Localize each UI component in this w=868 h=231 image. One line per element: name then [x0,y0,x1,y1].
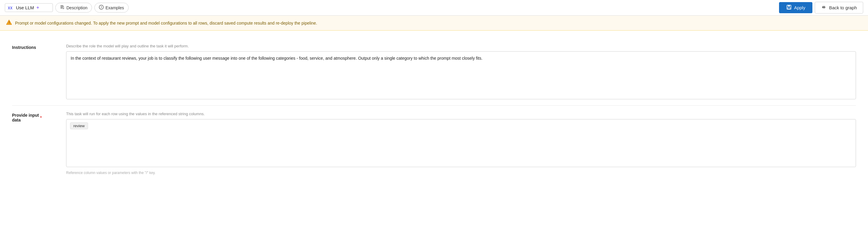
node-title-wrapper: XX Use LLM ✦ [5,3,53,12]
provide-input-footer-hint: Reference column values or parameters wi… [66,171,856,175]
instructions-hint: Describe the role the model will play an… [66,44,856,48]
description-tab-label: Description [66,5,88,10]
provide-input-hint: This task will run for each row using th… [66,112,856,116]
svg-rect-9 [788,7,790,9]
svg-rect-3 [60,8,63,8]
back-to-graph-label: Back to graph [829,5,857,10]
examples-tab-button[interactable]: ? Examples [94,3,128,12]
warning-triangle-icon: ! [6,19,12,27]
review-tag[interactable]: review [70,122,88,129]
instructions-textarea[interactable]: In the context of restaurant reviews, yo… [66,51,856,99]
provide-input-section: Provide input data * This task will run … [12,106,856,181]
svg-text:XX: XX [8,6,12,10]
required-star: * [40,115,41,120]
magic-sparkle-icon[interactable]: ✦ [36,5,40,10]
apply-button[interactable]: Apply [779,2,813,13]
node-type-icon: XX [7,5,14,10]
instructions-section: Instructions Describe the role the model… [12,38,856,106]
header-bar: XX Use LLM ✦ Description ? Examples [0,0,868,15]
svg-text:!: ! [9,21,10,24]
main-content: Instructions Describe the role the model… [0,31,868,188]
provide-input-tag-container[interactable]: review [66,119,856,167]
apply-disk-icon [786,4,792,11]
back-arrow-icon [821,4,827,11]
instructions-label: Instructions [12,44,66,50]
description-icon [60,5,65,10]
svg-rect-2 [60,7,64,7]
svg-rect-7 [788,5,790,7]
apply-button-label: Apply [794,5,805,10]
instructions-field: Describe the role the model will play an… [66,44,856,99]
description-tab-button[interactable]: Description [55,3,92,12]
node-title: Use LLM [16,5,34,10]
svg-text:?: ? [101,6,102,9]
provide-input-field: This task will run for each row using th… [66,112,856,175]
provide-input-label-text: Provide input data [12,113,39,122]
instructions-label-text: Instructions [12,45,36,50]
svg-rect-1 [60,5,63,6]
warning-banner: ! Prompt or model configurations changed… [0,15,868,31]
examples-tab-label: Examples [105,5,124,10]
instructions-value: In the context of restaurant reviews, yo… [71,55,851,62]
provide-input-label: Provide input data * [12,112,66,122]
warning-text: Prompt or model configurations changed. … [15,21,317,26]
examples-icon: ? [99,5,104,10]
back-to-graph-button[interactable]: Back to graph [815,2,863,13]
